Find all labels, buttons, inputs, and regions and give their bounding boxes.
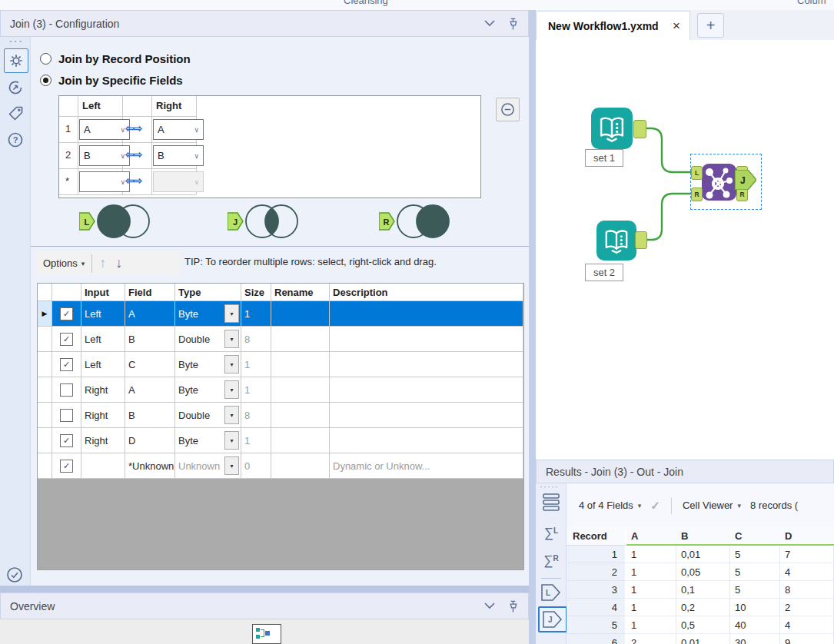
type-dropdown-button[interactable]: ▾: [224, 355, 239, 373]
table-row[interactable]: ▶ ✓ Left A Byte▾ 1: [38, 301, 523, 327]
rename-cell[interactable]: [271, 428, 330, 453]
row-checkbox[interactable]: ✓: [60, 358, 73, 371]
panel-splitter[interactable]: [0, 586, 529, 593]
record-count-label: 8 records (: [750, 500, 798, 511]
type-dropdown-button[interactable]: ▾: [224, 456, 239, 475]
fields-dropdown[interactable]: 4 of 4 Fields: [579, 500, 633, 511]
join-left-column-header: Left: [82, 100, 101, 111]
join-input-right-anchor[interactable]: R: [691, 188, 703, 201]
right-input-metadata-button[interactable]: ∑R: [540, 551, 563, 571]
swap-arrows-icon[interactable]: ⇦⇨: [125, 122, 141, 134]
radio-join-by-specific-fields[interactable]: Join by Specific Fields: [40, 74, 183, 87]
table-row-unknown[interactable]: ✓ *Unknown Unknown▾ 0 Dynamic or Unknow.…: [38, 453, 523, 479]
join-fields-grid: Left Right 1 A∨ ⇦⇨ A∨ 2 B∨ ⇦⇨ B∨ * ∨ ⇦⇨ …: [58, 95, 481, 198]
chevron-down-icon: ∨: [194, 152, 199, 160]
venn-left-output-icon: L: [79, 202, 150, 241]
chevron-down-icon: ∨: [194, 178, 199, 186]
table-view-icon[interactable]: [543, 493, 560, 513]
apply-check-icon[interactable]: ✓: [650, 499, 660, 513]
row-checkbox[interactable]: [60, 409, 73, 422]
rename-cell[interactable]: [271, 377, 330, 403]
join-output-join-anchor[interactable]: J: [735, 170, 756, 190]
collapse-chevron-icon[interactable]: [484, 603, 495, 609]
collapse-chevron-icon[interactable]: [484, 20, 495, 27]
options-menu-button[interactable]: Options: [43, 257, 78, 269]
set2-annotation-label[interactable]: set 2: [585, 264, 623, 281]
results-row: 2 1 0,05 5 4: [567, 563, 834, 581]
pin-icon[interactable]: [507, 17, 519, 31]
overview-panel-header: Overview: [0, 593, 529, 619]
table-row[interactable]: ✓ Left B Double▾ 8: [38, 327, 523, 352]
overview-minimap[interactable]: [252, 624, 281, 644]
join-left-field-dropdown-2[interactable]: B∨: [79, 145, 130, 166]
type-dropdown-button[interactable]: ▾: [224, 431, 239, 450]
rename-cell[interactable]: [271, 453, 330, 479]
type-dropdown-button[interactable]: ▾: [224, 380, 239, 399]
type-dropdown-button[interactable]: ▾: [224, 330, 239, 348]
col-header-record: Record: [567, 527, 626, 546]
output-join-button[interactable]: J: [538, 606, 567, 632]
row-checkbox[interactable]: ✓: [60, 460, 73, 473]
table-row[interactable]: ✓ Right D Byte▾ 1: [38, 428, 523, 453]
table-row[interactable]: ✓ Left C Byte▾ 1: [38, 352, 523, 377]
radio-circle-selected[interactable]: [40, 75, 52, 86]
results-row: 1 1 0,01 5 7: [567, 546, 834, 563]
row-checkbox[interactable]: ✓: [60, 307, 73, 320]
set1-annotation-label[interactable]: set 1: [585, 149, 623, 167]
move-row-down-button[interactable]: ↓: [115, 255, 122, 271]
move-row-up-button[interactable]: ↑: [99, 255, 106, 271]
join-input-left-anchor[interactable]: L: [691, 166, 703, 180]
join-right-field-dropdown-2[interactable]: B∨: [153, 145, 204, 166]
options-toolbar: Options ▾ ↑ ↓: [37, 251, 181, 275]
table-row[interactable]: Right A Byte▾ 1: [38, 377, 523, 403]
chevron-down-icon: ▾: [737, 502, 741, 510]
type-dropdown-button[interactable]: ▾: [224, 406, 239, 424]
join-row-number: *: [65, 175, 69, 187]
performance-profile-icon[interactable]: [5, 78, 25, 98]
results-row: 3 1 0,1 5 8: [567, 581, 834, 599]
chevron-down-icon: ∨: [120, 178, 125, 186]
col-header-description: Description: [330, 284, 523, 301]
help-icon[interactable]: ?: [5, 130, 25, 150]
minimap-wire-mark: [261, 629, 264, 637]
left-input-metadata-button[interactable]: ∑L: [540, 523, 563, 543]
type-dropdown-button[interactable]: ▾: [224, 304, 239, 323]
input-tool-set1[interactable]: [591, 108, 633, 149]
pane-splitter[interactable]: [529, 10, 536, 644]
join-tool[interactable]: [702, 164, 736, 201]
radio-circle[interactable]: [40, 53, 52, 65]
join-right-field-dropdown-1[interactable]: A∨: [153, 119, 204, 140]
annotation-tag-icon[interactable]: [5, 104, 25, 124]
set2-output-anchor[interactable]: [635, 231, 647, 249]
join-left-field-dropdown-1[interactable]: A∨: [79, 119, 130, 140]
pin-icon[interactable]: [507, 599, 519, 613]
rail-drag-dots[interactable]: ·····: [540, 481, 559, 492]
col-header-b: B: [676, 527, 730, 546]
radio-join-by-record-position[interactable]: Join by Record Position: [40, 52, 191, 65]
input-tool-set2[interactable]: [596, 221, 636, 261]
swap-arrows-icon[interactable]: ⇦⇨: [125, 174, 141, 187]
remove-join-row-button[interactable]: [496, 98, 520, 121]
row-checkbox[interactable]: ✓: [60, 333, 73, 346]
set1-output-anchor[interactable]: [633, 120, 646, 138]
col-header-c: C: [730, 527, 780, 546]
row-checkbox[interactable]: [60, 383, 73, 397]
workflow-tab[interactable]: New Workflow1.yxmd ×: [536, 11, 690, 40]
rename-cell[interactable]: [271, 327, 330, 352]
new-tab-button[interactable]: +: [697, 13, 724, 38]
swap-arrows-icon[interactable]: ⇦⇨: [125, 148, 141, 161]
configuration-tab-gear-icon[interactable]: [4, 48, 28, 73]
venn-join-output-icon: J: [228, 202, 298, 241]
cell-viewer-dropdown[interactable]: Cell Viewer: [683, 500, 733, 511]
workflow-canvas[interactable]: set 1 set 2 L R L R J: [536, 40, 834, 460]
output-left-button[interactable]: L: [540, 583, 562, 602]
rename-cell[interactable]: [271, 352, 330, 377]
section-divider: [31, 246, 529, 247]
join-left-field-dropdown-new[interactable]: ∨: [79, 171, 130, 192]
rename-cell[interactable]: [271, 403, 330, 428]
row-checkbox[interactable]: ✓: [60, 434, 73, 447]
table-row[interactable]: Right B Double▾ 8: [38, 403, 523, 428]
rename-cell[interactable]: [271, 301, 330, 327]
results-grid: Record A B C D 1 1 0,01 5 7 2 1 0,05 5 4…: [567, 527, 834, 644]
tab-close-icon[interactable]: ×: [673, 19, 680, 32]
